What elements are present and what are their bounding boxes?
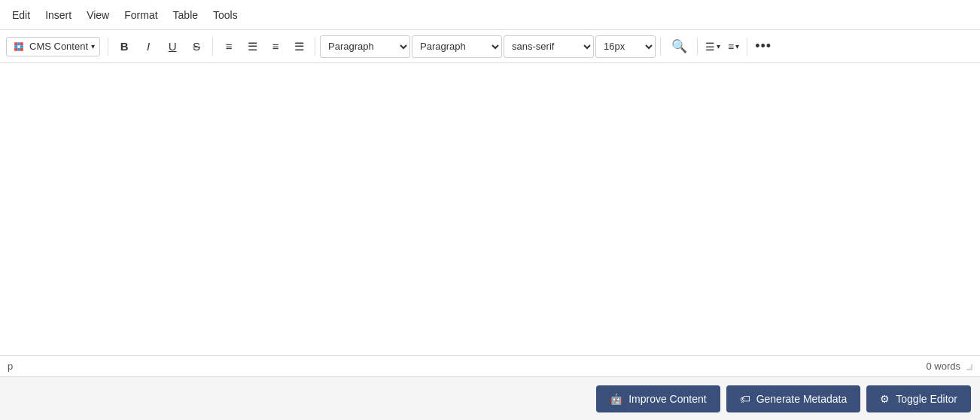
tools-menu[interactable]: Tools (207, 6, 244, 24)
cms-content-dropdown[interactable]: CMS Content ▾ (6, 37, 100, 56)
search-button[interactable]: 🔍 (665, 35, 692, 58)
cms-content-label: CMS Content (29, 41, 88, 52)
resize-handle[interactable] (965, 363, 972, 370)
toggle-editor-icon: ⚙ (880, 393, 890, 405)
align-left-button[interactable]: ≡ (218, 35, 240, 58)
improve-content-button[interactable]: 🤖 Improve Content (596, 385, 720, 412)
align-group: ≡ ☰ ≡ ☰ (218, 35, 310, 58)
font-size-select[interactable]: 16px (595, 35, 656, 58)
ordered-list-button[interactable]: ≡ ▾ (725, 35, 742, 58)
ordered-list-icon: ≡ (728, 41, 734, 53)
divider-4 (660, 38, 661, 56)
menu-bar: Edit Insert View Format Table Tools (0, 0, 980, 30)
underline-button[interactable]: U (161, 35, 184, 58)
unordered-list-button[interactable]: ☰ ▾ (702, 35, 723, 58)
word-count: 0 words (926, 361, 960, 372)
divider-2 (212, 38, 213, 56)
more-options-button[interactable]: ••• (752, 35, 775, 58)
editor-area[interactable] (0, 63, 980, 355)
unordered-list-icon: ☰ (705, 41, 715, 53)
align-right-icon: ≡ (272, 40, 279, 53)
table-menu[interactable]: Table (167, 6, 204, 24)
action-bar: 🤖 Improve Content 🏷 Generate Metadata ⚙ … (0, 376, 980, 420)
format-menu[interactable]: Format (118, 6, 163, 24)
align-left-icon: ≡ (226, 40, 233, 53)
search-icon: 🔍 (671, 38, 687, 54)
paragraph-style-select-2[interactable]: Paragraph (412, 35, 502, 58)
unordered-list-chevron: ▾ (717, 42, 720, 50)
strikethrough-button[interactable]: S (185, 35, 208, 58)
insert-menu[interactable]: Insert (39, 6, 78, 24)
bold-button[interactable]: B (113, 35, 135, 58)
align-justify-button[interactable]: ☰ (288, 35, 310, 58)
divider-3 (315, 38, 315, 56)
paragraph-style-select-1[interactable]: Paragraph (320, 35, 410, 58)
element-indicator: p (8, 361, 13, 372)
align-right-button[interactable]: ≡ (264, 35, 287, 58)
align-justify-icon: ☰ (294, 40, 304, 53)
joomla-icon (11, 39, 26, 54)
view-menu[interactable]: View (81, 6, 115, 24)
generate-metadata-icon: 🏷 (740, 393, 750, 405)
divider-5 (697, 38, 698, 56)
divider-6 (747, 38, 747, 56)
ordered-list-chevron: ▾ (735, 42, 739, 50)
align-center-button[interactable]: ☰ (241, 35, 263, 58)
status-bar: p 0 words (0, 355, 980, 376)
italic-button[interactable]: I (137, 35, 160, 58)
more-options-icon: ••• (755, 38, 772, 54)
improve-content-icon: 🤖 (610, 393, 622, 405)
edit-menu[interactable]: Edit (6, 6, 36, 24)
toolbar: CMS Content ▾ B I U S ≡ ☰ ≡ ☰ Paragraph (0, 30, 980, 63)
cms-content-chevron: ▾ (91, 42, 95, 50)
font-family-select[interactable]: sans-serif (504, 35, 594, 58)
generate-metadata-button[interactable]: 🏷 Generate Metadata (726, 385, 861, 412)
toggle-editor-button[interactable]: ⚙ Toggle Editor (866, 385, 971, 412)
divider-1 (108, 38, 108, 56)
align-center-icon: ☰ (248, 40, 257, 53)
